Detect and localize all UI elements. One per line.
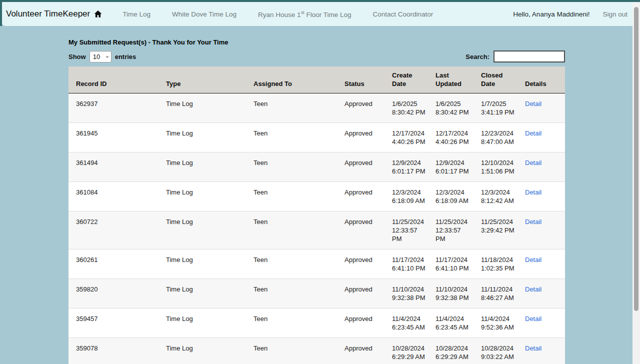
nav-white-dove-time-log[interactable]: White Dove Time Log — [172, 10, 236, 18]
table-controls: Show 10 ⌄ entries Search: — [68, 50, 565, 62]
nav-right: Hello, Ananya Maddineni! Sign out — [513, 10, 628, 18]
assigned-to-cell: Teen — [246, 94, 337, 123]
search-input[interactable] — [494, 50, 565, 62]
record-id-cell: 360722 — [68, 212, 158, 250]
detail-link[interactable]: Detail — [525, 130, 542, 137]
header-type[interactable]: Type — [158, 66, 246, 94]
last-updated-cell: 12/3/20246:18:09 AM — [428, 182, 474, 212]
status-cell: Approved — [337, 94, 384, 123]
status-cell: Approved — [337, 152, 384, 182]
page-length-select-wrap: 10 ⌄ — [90, 51, 112, 62]
home-icon[interactable] — [94, 10, 102, 18]
assigned-to-cell: Teen — [246, 279, 337, 308]
table-row: 361494 Time Log Teen Approved 12/9/20246… — [68, 152, 565, 182]
table-row: 362937 Time Log Teen Approved 1/6/20258:… — [68, 94, 565, 123]
header-record-id[interactable]: Record ID — [68, 66, 158, 94]
create-date-cell: 11/17/20246:41:10 PM — [384, 250, 428, 279]
closed-date-cell: 12/3/20248:12:42 AM — [474, 182, 518, 212]
assigned-to-cell: Teen — [246, 182, 337, 212]
type-cell: Time Log — [158, 279, 246, 308]
header-status[interactable]: Status — [337, 66, 384, 94]
header-last-updated[interactable]: Last Updated — [428, 66, 474, 94]
status-cell: Approved — [337, 308, 384, 338]
header-create-date[interactable]: Create Date — [384, 66, 428, 94]
nav-ryan-house-time-log[interactable]: Ryan House 1st Floor Time Log — [258, 10, 351, 18]
header-assigned-to[interactable]: Assigned To — [246, 66, 337, 94]
create-date-cell: 12/17/20244:40:26 PM — [384, 123, 428, 152]
status-cell: Approved — [337, 250, 384, 279]
header-closed-date[interactable]: Closed Date — [474, 66, 518, 94]
main-content: My Submitted Request(s) - Thank You for … — [68, 26, 565, 364]
closed-date-cell: 12/10/20241:51:06 PM — [474, 152, 518, 182]
nav-contact-coordinator[interactable]: Contact Coordinator — [372, 10, 433, 18]
assigned-to-cell: Teen — [246, 123, 337, 152]
status-cell: Approved — [337, 123, 384, 152]
detail-link[interactable]: Detail — [525, 286, 542, 293]
details-cell: Detail — [518, 250, 565, 279]
type-cell: Time Log — [158, 338, 246, 364]
create-date-cell: 11/10/20249:32:38 PM — [384, 279, 428, 308]
table-row: 360261 Time Log Teen Approved 11/17/2024… — [68, 250, 565, 279]
page-length-select[interactable]: 10 — [90, 51, 112, 62]
page-length-control: Show 10 ⌄ entries — [68, 51, 136, 62]
create-date-cell: 10/28/20246:29:29 AM — [384, 338, 428, 364]
detail-link[interactable]: Detail — [525, 159, 542, 166]
scrollbar-track[interactable] — [632, 2, 640, 364]
assigned-to-cell: Teen — [246, 152, 337, 182]
type-cell: Time Log — [158, 212, 246, 250]
last-updated-cell: 10/28/20246:29:29 AM — [428, 338, 474, 364]
create-date-cell: 11/25/202412:33:57 PM — [384, 212, 428, 250]
header-details[interactable]: Details — [518, 66, 565, 94]
record-id-cell: 359078 — [68, 338, 158, 364]
type-cell: Time Log — [158, 123, 246, 152]
last-updated-cell: 11/4/20246:23:45 AM — [428, 308, 474, 338]
sign-out-link[interactable]: Sign out — [602, 10, 628, 18]
details-cell: Detail — [518, 279, 565, 308]
table-row: 360722 Time Log Teen Approved 11/25/2024… — [68, 212, 565, 250]
detail-link[interactable]: Detail — [525, 315, 542, 322]
type-cell: Time Log — [158, 308, 246, 338]
assigned-to-cell: Teen — [246, 250, 337, 279]
brand[interactable]: Volunteer TimeKeeper — [6, 9, 102, 19]
navbar: Volunteer TimeKeeper Time Log White Dove… — [2, 2, 632, 26]
create-date-cell: 12/3/20246:18:09 AM — [384, 182, 428, 212]
search-control: Search: — [466, 50, 565, 62]
record-id-cell: 362937 — [68, 94, 158, 123]
detail-link[interactable]: Detail — [525, 218, 542, 226]
details-cell: Detail — [518, 182, 565, 212]
assigned-to-cell: Teen — [246, 212, 337, 250]
status-cell: Approved — [337, 182, 384, 212]
record-id-cell: 359457 — [68, 308, 158, 338]
nav-time-log[interactable]: Time Log — [122, 10, 150, 18]
table-row: 359820 Time Log Teen Approved 11/10/2024… — [68, 279, 565, 308]
record-id-cell: 361945 — [68, 123, 158, 152]
detail-link[interactable]: Detail — [525, 188, 542, 196]
nav-links: Time Log White Dove Time Log Ryan House … — [122, 10, 433, 18]
requests-table: Record ID Type Assigned To Status Create… — [68, 66, 565, 364]
detail-link[interactable]: Detail — [525, 256, 542, 264]
scrollbar-thumb[interactable] — [634, 7, 638, 311]
entries-label: entries — [115, 53, 136, 60]
closed-date-cell: 11/11/20248:46:27 AM — [474, 279, 518, 308]
closed-date-cell: 11/4/20249:52:36 AM — [474, 308, 518, 338]
last-updated-cell: 11/17/20246:41:10 PM — [428, 250, 474, 279]
record-id-cell: 361084 — [68, 182, 158, 212]
details-cell: Detail — [518, 212, 565, 250]
status-cell: Approved — [337, 338, 384, 364]
detail-link[interactable]: Detail — [525, 100, 542, 108]
table-row: 359078 Time Log Teen Approved 10/28/2024… — [68, 338, 565, 364]
closed-date-cell: 12/23/20248:47:00 AM — [474, 123, 518, 152]
type-cell: Time Log — [158, 182, 246, 212]
table-row: 361945 Time Log Teen Approved 12/17/2024… — [68, 123, 565, 152]
type-cell: Time Log — [158, 94, 246, 123]
closed-date-cell: 11/18/20241:02:35 PM — [474, 250, 518, 279]
table-header: Record ID Type Assigned To Status Create… — [68, 66, 565, 94]
last-updated-cell: 12/9/20246:01:17 PM — [428, 152, 474, 182]
detail-link[interactable]: Detail — [525, 344, 542, 352]
last-updated-cell: 11/25/202412:33:57 PM — [428, 212, 474, 250]
details-cell: Detail — [518, 123, 565, 152]
details-cell: Detail — [518, 152, 565, 182]
table-row: 359457 Time Log Teen Approved 11/4/20246… — [68, 308, 565, 338]
details-cell: Detail — [518, 308, 565, 338]
page-title: My Submitted Request(s) - Thank You for … — [68, 38, 565, 46]
